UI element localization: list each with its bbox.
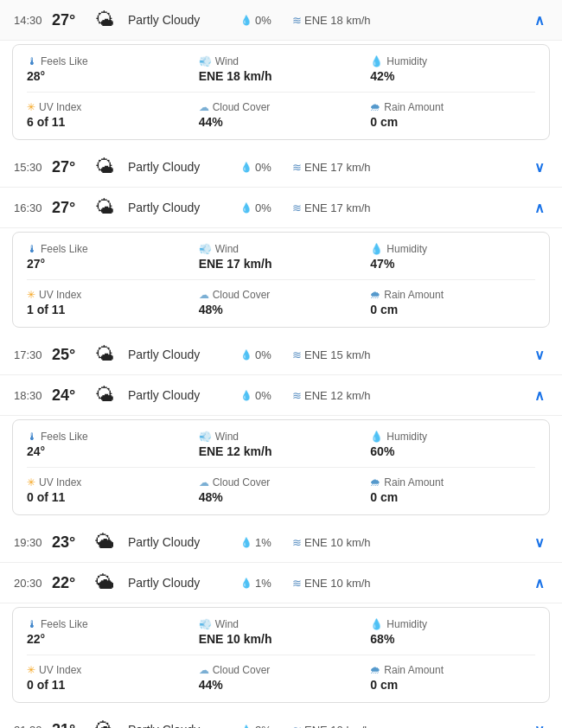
feels-like-item: 🌡 Feels Like 28° [27,55,192,83]
row-temp: 27° [52,158,95,176]
wind-item: 💨 Wind ENE 12 km/h [199,431,364,458]
humidity-value: 60% [370,444,535,458]
uv-icon: ✳ [27,289,35,301]
row-precip: 💧 1% [240,577,292,590]
rain-value: 0 cm [370,303,535,316]
rain-label: 🌧 Rain Amount [370,664,535,676]
wind-lines-icon: ≋ [292,724,302,729]
rain-icon: 🌧 [370,476,380,489]
weather-row[interactable]: 16:30 27° 🌤 Partly Cloudy 💧 0% ≋ ENE 17 … [0,188,562,228]
precip-drop-icon: 💧 [240,725,252,729]
wind-lines-icon: ≋ [292,161,302,174]
wind-icon: 💨 [199,55,212,67]
row-condition: Partly Cloudy [128,723,240,728]
precip-drop-icon: 💧 [240,349,252,361]
wind-label: 💨 Wind [199,243,364,255]
wind-lines-icon: ≋ [292,14,302,27]
rain-value: 0 cm [370,115,535,129]
row-temp: 24° [52,386,95,405]
cloud-label: ☁ Cloud Cover [199,476,364,489]
uv-item: ✳ UV Index 0 of 11 [27,664,192,692]
row-condition: Partly Cloudy [128,160,240,174]
cloud-icon: ☁ [199,101,209,113]
row-time: 16:30 [14,201,52,214]
weather-row[interactable]: 17:30 25° 🌤 Partly Cloudy 💧 0% ≋ ENE 15 … [0,335,562,375]
humidity-icon: 💧 [370,243,383,255]
cloud-item: ☁ Cloud Cover 48% [199,289,364,316]
weather-row[interactable]: 20:30 22° 🌥 Partly Cloudy 💧 1% ≋ ENE 10 … [0,563,562,603]
row-condition: Partly Cloudy [128,535,240,549]
row-condition: Partly Cloudy [128,348,240,361]
precip-drop-icon: 💧 [240,390,252,401]
cloud-label: ☁ Cloud Cover [199,289,364,301]
humidity-item: 💧 Humidity 60% [370,431,535,458]
row-chevron: ∨ [531,159,548,176]
condition-icon: 🌥 [95,531,128,553]
condition-icon: 🌤 [95,156,128,178]
rain-icon: 🌧 [370,664,380,676]
humidity-icon: 💧 [370,431,383,443]
row-chevron: ∧ [531,387,548,404]
humidity-item: 💧 Humidity 47% [370,243,535,271]
wind-value: ENE 17 km/h [199,257,364,271]
feels-like-label: 🌡 Feels Like [27,431,192,443]
detail-grid-2: ✳ UV Index 0 of 11 ☁ Cloud Cover 48% 🌧 [27,476,535,504]
row-time: 14:30 [14,14,52,27]
weather-row[interactable]: 15:30 27° 🌤 Partly Cloudy 💧 0% ≋ ENE 17 … [0,147,562,188]
row-temp: 27° [52,199,95,217]
humidity-label: 💧 Humidity [370,618,535,630]
weather-row[interactable]: 14:30 27° 🌤 Partly Cloudy 💧 0% ≋ ENE 18 … [0,0,562,41]
rain-item: 🌧 Rain Amount 0 cm [370,476,535,504]
precip-drop-icon: 💧 [240,162,252,173]
rain-item: 🌧 Rain Amount 0 cm [370,101,535,129]
wind-lines-icon: ≋ [292,201,302,214]
humidity-label: 💧 Humidity [370,431,535,443]
detail-panel: 🌡 Feels Like 22° 💨 Wind ENE 10 km/h 💧 [12,607,550,703]
weather-row[interactable]: 18:30 24° 🌤 Partly Cloudy 💧 0% ≋ ENE 12 … [0,375,562,416]
feels-like-value: 28° [27,69,192,83]
condition-icon: 🌥 [95,718,128,728]
rain-label: 🌧 Rain Amount [370,289,535,301]
row-temp: 22° [52,574,95,592]
row-temp: 27° [52,11,95,29]
detail-panel: 🌡 Feels Like 28° 💨 Wind ENE 18 km/h 💧 [12,44,550,140]
detail-panel: 🌡 Feels Like 27° 💨 Wind ENE 17 km/h 💧 [12,232,550,328]
detail-panel: 🌡 Feels Like 24° 💨 Wind ENE 12 km/h 💧 [12,419,550,515]
feels-like-value: 22° [27,632,192,646]
precip-drop-icon: 💧 [240,578,252,589]
weather-row[interactable]: 19:30 23° 🌥 Partly Cloudy 💧 1% ≋ ENE 10 … [0,522,562,563]
uv-item: ✳ UV Index 1 of 11 [27,289,192,316]
uv-label: ✳ UV Index [27,664,192,676]
feels-like-value: 24° [27,444,192,458]
wind-lines-icon: ≋ [292,577,302,590]
uv-item: ✳ UV Index 0 of 11 [27,476,192,504]
wind-value: ENE 10 km/h [199,632,364,646]
wind-lines-icon: ≋ [292,389,302,402]
row-temp: 23° [52,533,95,552]
rain-value: 0 cm [370,490,535,504]
row-chevron: ∧ [531,200,548,216]
condition-icon: 🌤 [95,196,128,219]
row-precip: 💧 0% [240,14,292,27]
row-condition: Partly Cloudy [128,201,240,214]
row-wind: ≋ ENE 10 km/h [292,577,531,590]
row-precip: 💧 0% [240,348,292,361]
row-time: 19:30 [14,536,52,549]
precip-drop-icon: 💧 [240,202,252,214]
wind-icon: 💨 [199,243,212,255]
row-condition: Partly Cloudy [128,576,240,590]
rain-value: 0 cm [370,678,535,692]
uv-label: ✳ UV Index [27,476,192,489]
wind-icon: 💨 [199,431,212,443]
humidity-item: 💧 Humidity 68% [370,618,535,646]
uv-icon: ✳ [27,101,35,113]
wind-icon: 💨 [199,618,212,630]
uv-value: 6 of 11 [27,115,192,129]
humidity-value: 47% [370,257,535,271]
row-wind: ≋ ENE 15 km/h [292,348,531,361]
wind-item: 💨 Wind ENE 10 km/h [199,618,364,646]
thermometer-icon: 🌡 [27,431,37,443]
uv-icon: ✳ [27,476,35,489]
weather-row[interactable]: 21:30 21° 🌥 Partly Cloudy 💧 2% ≋ ENE 10 … [0,710,562,728]
row-wind: ≋ ENE 17 km/h [292,161,531,174]
